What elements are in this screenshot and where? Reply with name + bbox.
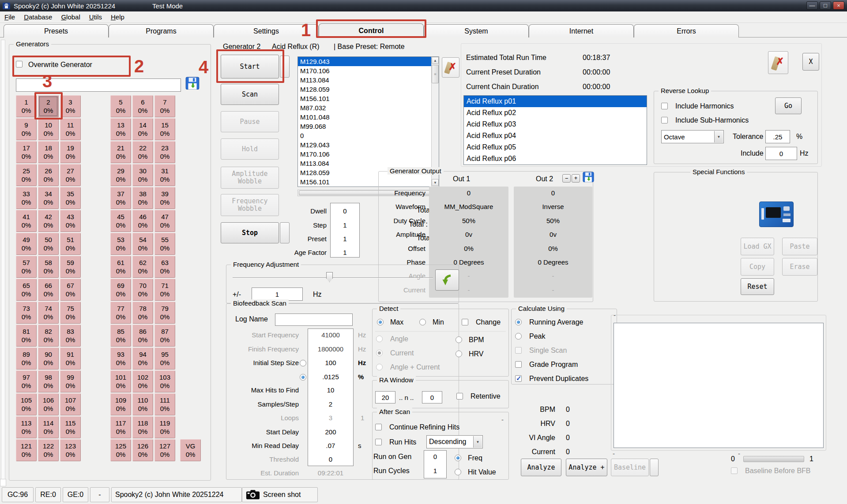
hold-button[interactable]: Hold [221,138,279,160]
generator-cell-34[interactable]: 340% [38,187,59,209]
frequency-item[interactable]: M99.068 [298,122,439,131]
generator-cell-41[interactable]: 410% [16,210,37,232]
generator-cell-122[interactable]: 1220% [38,439,59,461]
generator-cell-113[interactable]: 1130% [16,416,37,438]
generator-cell-50[interactable]: 500% [38,233,59,255]
generator-cell-77[interactable]: 770% [110,302,131,324]
baseline-button[interactable]: Baseline [611,459,649,476]
generator-cell-127[interactable]: 1270% [154,439,175,461]
start-delay-value[interactable]: 200 [308,428,354,436]
freq-radio[interactable] [455,455,461,461]
generator-cell-58[interactable]: 580% [38,256,59,278]
generator-cell-10[interactable]: 100% [38,118,59,140]
run-hits-order-dropdown[interactable]: Descending ▼ [426,435,483,448]
generator-cell-74[interactable]: 740% [38,302,59,324]
frequency-item[interactable]: M170.106 [298,149,439,159]
tab-errors[interactable]: Errors [634,24,739,37]
generator-cell-114[interactable]: 1140% [38,416,59,438]
frequency-item[interactable]: M128.059 [298,85,439,94]
generator-cell-7[interactable]: 70% [154,95,175,117]
retentive-checkbox[interactable] [456,393,463,399]
generator-cell-118[interactable]: 1180% [132,416,153,438]
generator-cell-46[interactable]: 460% [132,210,153,232]
frequency-item[interactable]: M156.101 [298,94,439,103]
generator-name-input[interactable] [16,78,181,92]
tab-internet[interactable]: Internet [529,24,634,37]
include-input[interactable]: 0 [765,147,797,160]
x-button[interactable]: X [802,53,819,71]
generator-cell-70[interactable]: 700% [132,279,153,301]
generator-cell-123[interactable]: 1230% [60,439,81,461]
generator-cell-126[interactable]: 1260% [132,439,153,461]
detect-change-checkbox[interactable] [462,319,468,325]
generator-cell-91[interactable]: 910% [60,347,81,370]
copy-button[interactable]: Copy [741,258,774,276]
generator-cell-93[interactable]: 930% [110,347,131,370]
menu-database[interactable]: Database [19,13,56,21]
generator-cell-1[interactable]: 10% [16,95,37,117]
generator-cell-103[interactable]: 1030% [154,370,175,392]
frequency-item[interactable]: M101.048 [298,112,439,122]
scan-button[interactable]: Scan [221,84,279,105]
frequency-item[interactable]: M129.043 [298,57,439,66]
generator-cell-14[interactable]: 140% [132,118,153,140]
generator-cell-65[interactable]: 650% [16,279,37,301]
detect-bpm-radio[interactable] [455,336,462,343]
clear-frequency-list-button[interactable]: ✗ [442,57,459,78]
go-button[interactable]: Go [775,97,802,114]
generator-cell-15[interactable]: 150% [154,118,175,140]
generator-cell-30[interactable]: 300% [132,164,153,186]
generator-cell-vg[interactable]: VG0% [180,439,201,461]
finish-frequency-value[interactable]: 1800000 [308,345,354,353]
frequency-item[interactable]: 0 [298,131,439,140]
generator-cell-59[interactable]: 590% [60,256,81,278]
ra-window-low-input[interactable]: 20 [375,391,395,403]
generator-cell-97[interactable]: 970% [16,370,37,392]
scrollbar-thumb[interactable]: ≡ [432,65,439,83]
erase-button[interactable]: Erase [782,258,817,276]
loops-value[interactable]: 3 [308,414,354,422]
tab-presets[interactable]: Presets [4,24,109,37]
analyze-button[interactable]: Analyze [521,459,561,476]
ra-window-high-input[interactable]: 0 [422,391,442,403]
samples-step-value[interactable]: 2 [308,400,354,408]
results-panel[interactable] [614,323,824,448]
start-button-strip[interactable] [280,56,290,78]
generator-cell-5[interactable]: 50% [110,95,131,117]
frequency-item[interactable]: M170.106 [298,66,439,75]
menu-utils[interactable]: Utils [85,13,106,21]
generator-cell-90[interactable]: 900% [38,347,59,370]
generator-cell-94[interactable]: 940% [132,347,153,370]
save-generator-name-button[interactable] [185,77,200,94]
generator-cell-99[interactable]: 990% [60,370,81,392]
generator-cell-61[interactable]: 610% [110,256,131,278]
generator-cell-63[interactable]: 630% [154,256,175,278]
clear-all-button[interactable]: ✗ [768,51,788,74]
generator-cell-67[interactable]: 670% [60,279,81,301]
close-button[interactable]: × [833,1,844,10]
generator-cell-107[interactable]: 1070% [60,393,81,415]
generator-cell-66[interactable]: 660% [38,279,59,301]
chain-item[interactable]: Acid Reflux p05 [464,142,647,153]
generator-cell-101[interactable]: 1010% [110,370,131,392]
generator-cell-105[interactable]: 1050% [16,393,37,415]
run-hits-checkbox[interactable] [375,439,382,445]
running-average-radio[interactable] [515,319,522,325]
pause-button[interactable]: Pause [221,111,279,132]
generator-cell-29[interactable]: 290% [110,164,131,186]
chevron-down-icon[interactable]: ▼ [473,436,482,448]
generator-cell-95[interactable]: 950% [154,347,175,370]
frequency-item[interactable]: M129.043 [298,140,439,149]
generator-cell-39[interactable]: 390% [154,187,175,209]
generator-cell-25[interactable]: 250% [16,164,37,186]
step-size-hz-radio[interactable] [300,360,306,366]
frequency-item[interactable]: M113.084 [298,75,439,85]
preset-chain-listbox[interactable]: Acid Reflux p01Acid Reflux p02Acid Reflu… [463,95,647,165]
chain-item[interactable]: Acid Reflux p06 [464,153,647,164]
generator-cell-31[interactable]: 310% [154,164,175,186]
start-frequency-value[interactable]: 41000 [308,331,354,339]
generator-cell-69[interactable]: 690% [110,279,131,301]
generator-cell-49[interactable]: 490% [16,233,37,255]
generator-cell-26[interactable]: 260% [38,164,59,186]
detect-min-radio[interactable] [419,319,426,325]
